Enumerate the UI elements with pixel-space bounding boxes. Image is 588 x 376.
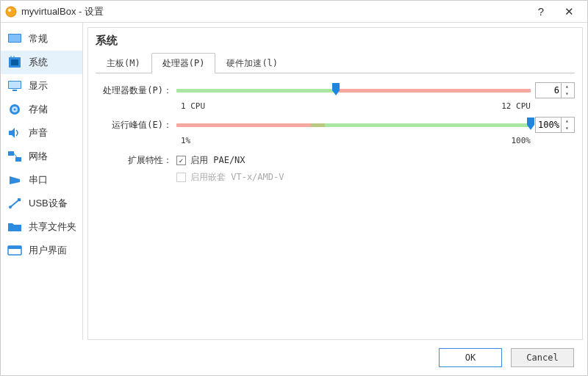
tab-panel: 处理器数量(P)： ▴▾: [96, 73, 575, 184]
svg-point-0: [6, 7, 16, 17]
spin-up-icon[interactable]: ▴: [562, 83, 573, 90]
exec-cap-spinner[interactable]: ▴▾: [535, 117, 575, 133]
serial-icon: [7, 173, 23, 187]
sidebar-label: 存储: [29, 103, 48, 116]
spin-up-icon[interactable]: ▴: [562, 118, 573, 125]
sidebar-label: 网络: [29, 150, 48, 163]
cpu-min-label: 1 CPU: [181, 101, 205, 111]
svg-rect-20: [8, 246, 21, 249]
sidebar-item-general[interactable]: 常规: [1, 27, 82, 51]
close-button[interactable]: ✕: [555, 1, 583, 22]
network-icon: [7, 150, 23, 163]
sidebar-label: 共享文件夹: [29, 220, 76, 234]
tab-processor[interactable]: 处理器(P): [151, 53, 216, 73]
cancel-button[interactable]: Cancel: [511, 348, 574, 367]
svg-point-13: [14, 109, 16, 111]
app-icon: [5, 6, 17, 18]
main-panel: 系统 主板(M) 处理器(P) 硬件加速(l) 处理器数量(P)：: [87, 27, 583, 340]
exec-max-label: 100%: [512, 136, 531, 145]
spin-down-icon[interactable]: ▾: [562, 125, 573, 132]
footer: OK Cancel: [1, 340, 587, 375]
tab-accel[interactable]: 硬件加速(l): [215, 53, 289, 73]
svg-rect-10: [12, 90, 17, 91]
sidebar-item-network[interactable]: 网络: [1, 145, 82, 168]
general-icon: [7, 32, 23, 46]
window-title: myvirtualBox - 设置: [21, 5, 527, 18]
exec-cap-input[interactable]: [536, 120, 561, 130]
check-label: 启用 PAE/NX: [190, 154, 245, 167]
check-nested-vt: 启用嵌套 VT-x/AMD-V: [176, 171, 284, 184]
ext-label: 扩展特性：: [96, 154, 176, 184]
help-button[interactable]: ?: [527, 1, 555, 22]
sidebar-item-storage[interactable]: 存储: [1, 98, 82, 121]
shared-folder-icon: [7, 220, 23, 234]
cpu-max-label: 12 CPU: [501, 101, 531, 111]
check-label: 启用嵌套 VT-x/AMD-V: [190, 171, 284, 184]
svg-rect-9: [9, 82, 21, 88]
cpu-count-input[interactable]: [536, 85, 561, 95]
storage-icon: [7, 103, 23, 116]
titlebar: myvirtualBox - 设置 ? ✕: [1, 1, 587, 23]
ok-button[interactable]: OK: [439, 348, 502, 367]
sidebar-label: 声音: [29, 126, 48, 140]
tab-motherboard[interactable]: 主板(M): [96, 53, 151, 73]
spin-down-icon[interactable]: ▾: [562, 90, 573, 98]
sidebar: 常规 系统 显示 存储 声音 网络: [1, 23, 83, 340]
page-title: 系统: [96, 34, 575, 48]
checkbox-icon: [176, 173, 186, 182]
sidebar-item-usb[interactable]: USB设备: [1, 192, 82, 215]
exec-cap-slider[interactable]: [176, 118, 531, 131]
cpu-count-slider[interactable]: [176, 84, 531, 97]
exec-min-label: 1%: [181, 136, 190, 145]
usb-icon: [7, 197, 23, 210]
sidebar-label: 显示: [29, 79, 48, 93]
svg-rect-3: [9, 35, 21, 42]
display-icon: [7, 79, 23, 93]
check-pae-nx[interactable]: ✓ 启用 PAE/NX: [176, 154, 284, 167]
sidebar-label: USB设备: [29, 197, 68, 210]
cpu-count-spinner[interactable]: ▴▾: [535, 82, 575, 98]
sidebar-item-system[interactable]: 系统: [1, 51, 82, 74]
sidebar-label: 用户界面: [29, 244, 67, 257]
svg-rect-18: [18, 198, 21, 201]
sidebar-item-audio[interactable]: 声音: [1, 121, 82, 145]
sidebar-item-ui[interactable]: 用户界面: [1, 239, 82, 262]
ui-icon: [7, 244, 23, 257]
exec-cap-label: 运行峰值(E)：: [96, 119, 176, 131]
system-icon: [7, 56, 23, 69]
sidebar-label: 串口: [29, 173, 48, 187]
svg-rect-5: [11, 59, 18, 65]
sidebar-label: 常规: [29, 32, 48, 46]
sidebar-item-serial[interactable]: 串口: [1, 168, 82, 192]
audio-icon: [7, 126, 23, 140]
svg-rect-14: [8, 151, 14, 156]
sidebar-item-display[interactable]: 显示: [1, 74, 82, 98]
tabs: 主板(M) 处理器(P) 硬件加速(l): [96, 52, 575, 73]
svg-point-1: [8, 9, 11, 12]
sidebar-label: 系统: [29, 56, 48, 69]
sidebar-item-shared[interactable]: 共享文件夹: [1, 215, 82, 239]
svg-point-17: [9, 206, 12, 209]
cpu-count-label: 处理器数量(P)：: [96, 84, 176, 97]
checkbox-icon: ✓: [176, 156, 186, 165]
